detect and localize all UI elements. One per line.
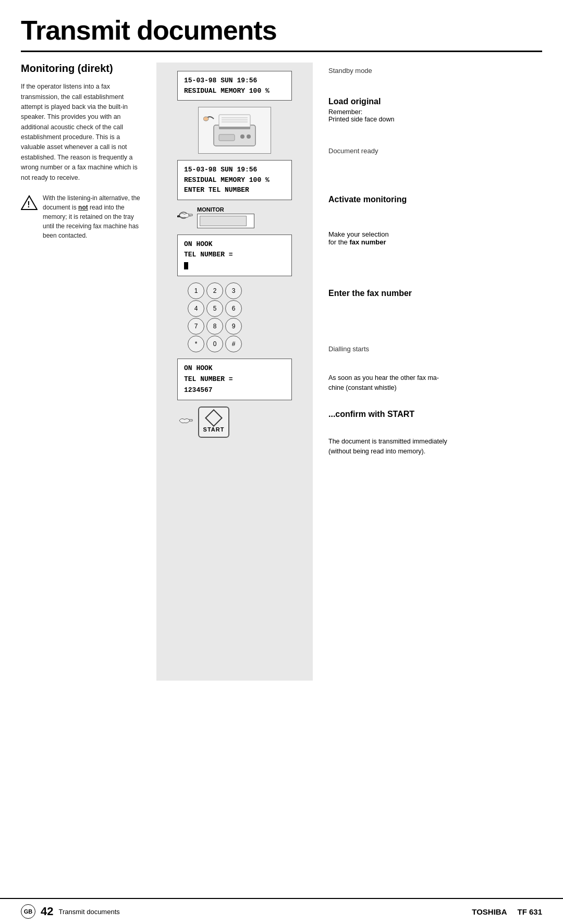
step-standby-label: Standby mode xyxy=(328,67,372,75)
keypad-row-4: * 0 # xyxy=(188,336,242,352)
lcd2-line1: 15-03-98 SUN 19:56 xyxy=(184,165,285,175)
step-hear-fax: As soon as you hear the other fax ma-chi… xyxy=(328,371,542,406)
transmitted-label: The document is transmitted immediately(… xyxy=(328,437,447,457)
step-activate-monitoring: Activate monitoring xyxy=(328,191,542,226)
start-button[interactable]: START xyxy=(198,406,229,438)
onhook1-cursor xyxy=(184,261,285,272)
lcd2-line2: RESIDUAL MEMORY 100 % xyxy=(184,175,285,186)
footer: GB 42 Transmit documents TOSHIBA TF 631 xyxy=(0,898,563,924)
svg-point-9 xyxy=(240,134,244,139)
fax-selection-label2: for the fax number xyxy=(328,238,542,246)
dialling-label: Dialling starts xyxy=(328,345,369,353)
lcd1-line1: 15-03-98 SUN 19:56 xyxy=(184,76,285,86)
warning-box: ! With the listening-in alternative, the… xyxy=(21,193,146,240)
key-9[interactable]: 9 xyxy=(225,318,242,335)
onhook-display-1: ON HOOK TEL NUMBER = xyxy=(177,235,292,276)
step-transmitted: The document is transmitted immediately(… xyxy=(328,434,542,463)
onhook-display-2: ON HOOK TEL NUMBER = 1234567 xyxy=(177,359,292,400)
lcd-display-2: 15-03-98 SUN 19:56 RESIDUAL MEMORY 100 %… xyxy=(177,160,292,200)
key-2[interactable]: 2 xyxy=(206,282,223,299)
fax-svg xyxy=(203,109,266,151)
keypad-row-2: 4 5 6 xyxy=(188,300,242,317)
onhook1-line1: ON HOOK xyxy=(184,239,285,250)
start-label: START xyxy=(203,426,225,433)
footer-left: GB 42 Transmit documents xyxy=(21,904,120,919)
fax-selection-label1: Make your selection xyxy=(328,230,542,238)
step-dialling: Dialling starts xyxy=(328,342,542,371)
footer-country: GB xyxy=(21,904,35,919)
lcd1-line2: RESIDUAL MEMORY 100 % xyxy=(184,86,285,96)
page-wrapper: Transmit documents Monitoring (direkt) I… xyxy=(0,0,563,924)
section-description: If the operator listens into a fax trans… xyxy=(21,82,146,183)
monitor-row: MONITOR xyxy=(177,206,292,228)
step-standby: Standby mode xyxy=(328,63,542,95)
svg-rect-3 xyxy=(219,115,250,128)
main-content: Monitoring (direkt) If the operator list… xyxy=(0,63,563,680)
enter-fax-label: Enter the fax number xyxy=(328,289,412,298)
step-fax-number-selection: Make your selection for the fax number xyxy=(328,226,542,285)
keypad-wrap: 1 2 3 4 5 6 7 8 9 * xyxy=(177,282,292,352)
hand-point-icon-2 xyxy=(177,414,193,430)
page-title: Transmit documents xyxy=(0,0,563,51)
footer-model: TF 631 xyxy=(517,907,542,916)
fax-illustration xyxy=(198,107,271,154)
key-0[interactable]: 0 xyxy=(206,336,223,352)
step-doc-ready: Document ready xyxy=(328,144,542,191)
load-original-sub2: Printed side face down xyxy=(328,116,542,123)
lcd-display-1: 15-03-98 SUN 19:56 RESIDUAL MEMORY 100 % xyxy=(177,71,292,101)
footer-page-number: 42 xyxy=(41,905,53,918)
left-column: Monitoring (direkt) If the operator list… xyxy=(21,63,156,680)
bottom-spacer xyxy=(0,681,563,898)
key-hash[interactable]: # xyxy=(225,336,242,352)
keypad-row-1: 1 2 3 xyxy=(188,282,242,299)
key-3[interactable]: 3 xyxy=(225,282,242,299)
step-enter-fax: Enter the fax number xyxy=(328,285,542,342)
activate-monitoring-label: Activate monitoring xyxy=(328,195,407,204)
step-confirm-start: ...confirm with START xyxy=(328,406,542,434)
svg-point-10 xyxy=(247,134,251,139)
onhook2-line2: TEL NUMBER = xyxy=(184,374,285,385)
hand-svg xyxy=(177,209,193,223)
key-star[interactable]: * xyxy=(188,336,204,352)
svg-text:!: ! xyxy=(27,200,30,209)
hear-fax-label: As soon as you hear the other fax ma-chi… xyxy=(328,373,439,393)
key-7[interactable]: 7 xyxy=(188,318,204,335)
right-column: Standby mode Load original Remember: Pri… xyxy=(313,63,542,680)
key-4[interactable]: 4 xyxy=(188,300,204,317)
keypad: 1 2 3 4 5 6 7 8 9 * xyxy=(188,282,302,352)
load-original-sub1: Remember: xyxy=(328,108,542,116)
center-column: 15-03-98 SUN 19:56 RESIDUAL MEMORY 100 % xyxy=(156,63,313,680)
monitor-label: MONITOR xyxy=(197,206,224,213)
confirm-start-label: ...confirm with START xyxy=(328,410,414,419)
onhook2-line1: ON HOOK xyxy=(184,363,285,374)
svg-point-7 xyxy=(203,117,209,121)
key-6[interactable]: 6 xyxy=(225,300,242,317)
key-1[interactable]: 1 xyxy=(188,282,204,299)
monitor-button[interactable] xyxy=(197,214,254,228)
load-original-label: Load original xyxy=(328,97,542,106)
svg-rect-8 xyxy=(219,127,250,129)
key-8[interactable]: 8 xyxy=(206,318,223,335)
hand-point-icon xyxy=(177,209,193,226)
footer-section-name: Transmit documents xyxy=(58,908,119,916)
title-divider xyxy=(21,51,542,52)
doc-ready-label: Document ready xyxy=(328,147,378,155)
start-row: START xyxy=(177,406,292,438)
monitor-button-area: MONITOR xyxy=(197,206,254,228)
section-heading: Monitoring (direkt) xyxy=(21,63,146,75)
onhook1-line2: TEL NUMBER = xyxy=(184,250,285,261)
step-load-original: Load original Remember: Printed side fac… xyxy=(328,95,542,144)
keypad-row-3: 7 8 9 xyxy=(188,318,242,335)
lcd2-line3: ENTER TEL NUMBER xyxy=(184,185,285,195)
warning-icon: ! xyxy=(21,194,38,211)
key-5[interactable]: 5 xyxy=(206,300,223,317)
onhook2-line3: 1234567 xyxy=(184,385,285,396)
footer-brand: TOSHIBA xyxy=(472,907,507,916)
warning-text: With the listening-in alternative, the d… xyxy=(43,193,146,240)
svg-rect-11 xyxy=(219,134,235,141)
footer-right: TOSHIBA TF 631 xyxy=(472,907,542,916)
